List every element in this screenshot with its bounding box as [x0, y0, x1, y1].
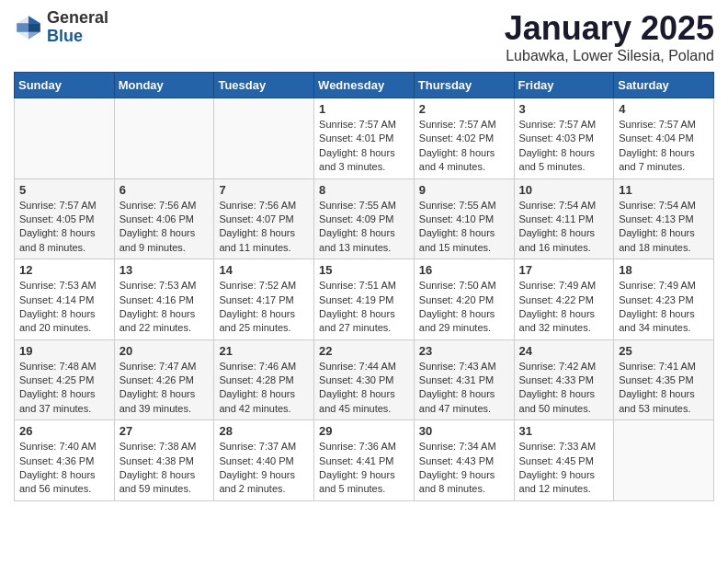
day-info: Sunrise: 7:57 AMSunset: 4:04 PMDaylight:…	[619, 118, 709, 175]
logo-icon	[14, 13, 43, 42]
calendar-cell: 2Sunrise: 7:57 AMSunset: 4:02 PMDaylight…	[414, 98, 514, 179]
calendar-cell: 22Sunrise: 7:44 AMSunset: 4:30 PMDayligh…	[314, 339, 415, 420]
calendar-cell: 18Sunrise: 7:49 AMSunset: 4:23 PMDayligh…	[614, 259, 714, 340]
calendar-cell: 26Sunrise: 7:40 AMSunset: 4:36 PMDayligh…	[15, 420, 115, 501]
day-info: Sunrise: 7:57 AMSunset: 4:01 PMDaylight:…	[319, 118, 409, 175]
day-number: 5	[19, 183, 109, 197]
day-info: Sunrise: 7:54 AMSunset: 4:13 PMDaylight:…	[619, 199, 709, 256]
weekday-header-row: SundayMondayTuesdayWednesdayThursdayFrid…	[15, 73, 714, 98]
day-info: Sunrise: 7:51 AMSunset: 4:19 PMDaylight:…	[319, 279, 409, 336]
day-number: 3	[519, 102, 609, 116]
calendar-cell: 11Sunrise: 7:54 AMSunset: 4:13 PMDayligh…	[614, 178, 714, 259]
calendar-cell: 25Sunrise: 7:41 AMSunset: 4:35 PMDayligh…	[614, 339, 714, 420]
day-number: 21	[219, 344, 309, 358]
day-number: 6	[119, 183, 210, 197]
calendar-cell: 15Sunrise: 7:51 AMSunset: 4:19 PMDayligh…	[314, 259, 415, 340]
calendar-cell	[614, 420, 714, 501]
calendar-cell: 24Sunrise: 7:42 AMSunset: 4:33 PMDayligh…	[514, 339, 614, 420]
day-number: 22	[319, 344, 409, 358]
day-number: 24	[519, 344, 609, 358]
day-number: 23	[419, 344, 509, 358]
day-info: Sunrise: 7:42 AMSunset: 4:33 PMDaylight:…	[519, 360, 609, 417]
svg-marker-4	[28, 32, 40, 40]
svg-marker-3	[17, 23, 28, 32]
day-number: 12	[19, 263, 109, 277]
location-title: Lubawka, Lower Silesia, Poland	[505, 48, 714, 64]
day-info: Sunrise: 7:40 AMSunset: 4:36 PMDaylight:…	[19, 440, 109, 497]
calendar-cell: 29Sunrise: 7:36 AMSunset: 4:41 PMDayligh…	[314, 420, 415, 501]
day-info: Sunrise: 7:49 AMSunset: 4:23 PMDaylight:…	[619, 279, 709, 336]
calendar-cell: 3Sunrise: 7:57 AMSunset: 4:03 PMDaylight…	[514, 98, 614, 179]
day-number: 1	[319, 102, 409, 116]
calendar-cell: 12Sunrise: 7:53 AMSunset: 4:14 PMDayligh…	[15, 259, 115, 340]
logo: General Blue	[14, 9, 108, 46]
calendar-cell: 8Sunrise: 7:55 AMSunset: 4:09 PMDaylight…	[314, 178, 415, 259]
day-number: 27	[119, 424, 210, 438]
day-number: 8	[319, 183, 409, 197]
calendar-cell: 20Sunrise: 7:47 AMSunset: 4:26 PMDayligh…	[114, 339, 214, 420]
calendar-cell: 13Sunrise: 7:53 AMSunset: 4:16 PMDayligh…	[114, 259, 214, 340]
day-number: 16	[419, 263, 509, 277]
day-info: Sunrise: 7:56 AMSunset: 4:07 PMDaylight:…	[219, 199, 309, 256]
day-info: Sunrise: 7:34 AMSunset: 4:43 PMDaylight:…	[419, 440, 509, 497]
day-info: Sunrise: 7:48 AMSunset: 4:25 PMDaylight:…	[19, 360, 109, 417]
calendar-cell	[214, 98, 314, 179]
day-info: Sunrise: 7:41 AMSunset: 4:35 PMDaylight:…	[619, 360, 709, 417]
day-info: Sunrise: 7:53 AMSunset: 4:14 PMDaylight:…	[19, 279, 109, 336]
day-number: 2	[419, 102, 509, 116]
day-number: 28	[219, 424, 309, 438]
month-title: January 2025	[505, 9, 714, 48]
day-info: Sunrise: 7:52 AMSunset: 4:17 PMDaylight:…	[219, 279, 309, 336]
day-number: 26	[19, 424, 109, 438]
day-number: 10	[519, 183, 609, 197]
day-info: Sunrise: 7:43 AMSunset: 4:31 PMDaylight:…	[419, 360, 509, 417]
day-info: Sunrise: 7:38 AMSunset: 4:38 PMDaylight:…	[119, 440, 210, 497]
calendar-table: SundayMondayTuesdayWednesdayThursdayFrid…	[14, 72, 714, 501]
day-info: Sunrise: 7:57 AMSunset: 4:03 PMDaylight:…	[519, 118, 609, 175]
day-number: 4	[619, 102, 709, 116]
day-number: 13	[119, 263, 210, 277]
day-info: Sunrise: 7:55 AMSunset: 4:10 PMDaylight:…	[419, 199, 509, 256]
calendar-cell: 23Sunrise: 7:43 AMSunset: 4:31 PMDayligh…	[414, 339, 514, 420]
logo-text: General Blue	[47, 9, 108, 46]
calendar-week-row: 1Sunrise: 7:57 AMSunset: 4:01 PMDaylight…	[15, 98, 714, 179]
day-number: 18	[619, 263, 709, 277]
calendar-cell	[15, 98, 115, 179]
calendar-week-row: 12Sunrise: 7:53 AMSunset: 4:14 PMDayligh…	[15, 259, 714, 340]
calendar-week-row: 26Sunrise: 7:40 AMSunset: 4:36 PMDayligh…	[15, 420, 714, 501]
calendar-cell: 30Sunrise: 7:34 AMSunset: 4:43 PMDayligh…	[414, 420, 514, 501]
day-number: 14	[219, 263, 309, 277]
title-block: January 2025 Lubawka, Lower Silesia, Pol…	[505, 9, 714, 64]
weekday-header: Sunday	[15, 73, 115, 98]
calendar-cell: 5Sunrise: 7:57 AMSunset: 4:05 PMDaylight…	[15, 178, 115, 259]
calendar-week-row: 19Sunrise: 7:48 AMSunset: 4:25 PMDayligh…	[15, 339, 714, 420]
calendar-cell: 17Sunrise: 7:49 AMSunset: 4:22 PMDayligh…	[514, 259, 614, 340]
day-number: 9	[419, 183, 509, 197]
day-info: Sunrise: 7:47 AMSunset: 4:26 PMDaylight:…	[119, 360, 210, 417]
day-info: Sunrise: 7:37 AMSunset: 4:40 PMDaylight:…	[219, 440, 309, 497]
day-info: Sunrise: 7:56 AMSunset: 4:06 PMDaylight:…	[119, 199, 210, 256]
day-info: Sunrise: 7:49 AMSunset: 4:22 PMDaylight:…	[519, 279, 609, 336]
day-number: 30	[419, 424, 509, 438]
calendar-cell: 4Sunrise: 7:57 AMSunset: 4:04 PMDaylight…	[614, 98, 714, 179]
weekday-header: Monday	[114, 73, 214, 98]
day-info: Sunrise: 7:55 AMSunset: 4:09 PMDaylight:…	[319, 199, 409, 256]
page-header: General Blue January 2025 Lubawka, Lower…	[14, 9, 714, 64]
day-number: 17	[519, 263, 609, 277]
day-info: Sunrise: 7:57 AMSunset: 4:05 PMDaylight:…	[19, 199, 109, 256]
day-number: 7	[219, 183, 309, 197]
weekday-header: Saturday	[614, 73, 714, 98]
calendar-cell: 14Sunrise: 7:52 AMSunset: 4:17 PMDayligh…	[214, 259, 314, 340]
svg-marker-2	[28, 23, 40, 32]
calendar-cell: 7Sunrise: 7:56 AMSunset: 4:07 PMDaylight…	[214, 178, 314, 259]
calendar-cell: 31Sunrise: 7:33 AMSunset: 4:45 PMDayligh…	[514, 420, 614, 501]
logo-blue: Blue	[47, 28, 108, 46]
weekday-header: Tuesday	[214, 73, 314, 98]
day-info: Sunrise: 7:57 AMSunset: 4:02 PMDaylight:…	[419, 118, 509, 175]
day-info: Sunrise: 7:33 AMSunset: 4:45 PMDaylight:…	[519, 440, 609, 497]
weekday-header: Wednesday	[314, 73, 415, 98]
day-number: 25	[619, 344, 709, 358]
calendar-cell: 19Sunrise: 7:48 AMSunset: 4:25 PMDayligh…	[15, 339, 115, 420]
day-number: 31	[519, 424, 609, 438]
day-info: Sunrise: 7:46 AMSunset: 4:28 PMDaylight:…	[219, 360, 309, 417]
